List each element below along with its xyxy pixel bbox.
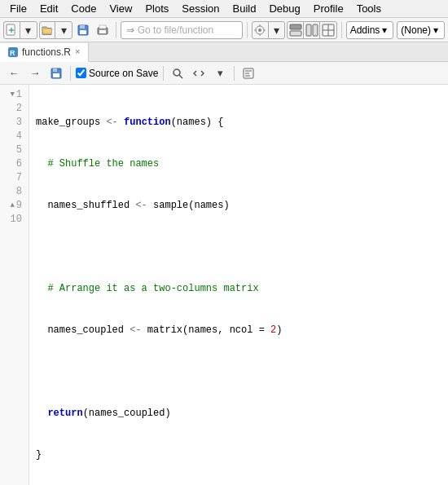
menu-debug[interactable]: Debug <box>262 1 306 16</box>
project-dropdown[interactable]: (None) ▾ <box>397 21 445 39</box>
editor-sep-3 <box>234 66 235 81</box>
svg-rect-15 <box>290 24 301 29</box>
menubar: File Edit Code View Plots Session Build … <box>0 0 448 18</box>
editor-area: ▼1 2 3 4 5 6 7 8 ▲9 10 make_groups <- fu… <box>0 85 448 485</box>
save-button[interactable] <box>74 20 92 40</box>
line-num-10: 10 <box>0 213 29 227</box>
menu-view[interactable]: View <box>103 1 138 16</box>
editor-toolbar: ← → Source on Save ▾ <box>0 62 448 85</box>
svg-rect-5 <box>80 30 86 34</box>
project-label: (None) <box>401 24 431 36</box>
menu-file[interactable]: File <box>3 1 33 16</box>
code-editor[interactable]: make_groups <- function(names) { # Shuff… <box>29 85 448 485</box>
open-file-button[interactable] <box>40 21 56 39</box>
code-line-8: return(names_coupled) <box>36 407 448 421</box>
line-num-1: ▼1 <box>0 88 29 102</box>
code-line-6: names_coupled <- matrix(names, ncol = 2) <box>36 324 448 337</box>
source-checkbox-label: Source on Save <box>89 68 158 79</box>
goto-placeholder: Go to file/function <box>138 24 213 36</box>
fold-arrow-1[interactable]: ▼ <box>10 88 14 102</box>
options-button[interactable] <box>253 21 269 39</box>
goto-file-input[interactable]: ⇒ Go to file/function <box>121 21 243 39</box>
r-file-icon: R <box>8 47 18 57</box>
code-line-4 <box>36 240 448 254</box>
addins-arrow: ▾ <box>382 24 387 36</box>
tab-close-button[interactable]: × <box>75 47 80 56</box>
menu-edit[interactable]: Edit <box>33 1 64 16</box>
print-button[interactable] <box>94 20 112 40</box>
menu-plots[interactable]: Plots <box>138 1 175 16</box>
line-numbers: ▼1 2 3 4 5 6 7 8 ▲9 10 <box>0 85 29 485</box>
line-num-5: 5 <box>0 143 29 157</box>
menu-code[interactable]: Code <box>64 1 103 16</box>
menu-build[interactable]: Build <box>226 1 263 16</box>
svg-rect-25 <box>53 68 57 72</box>
source-checkbox-input[interactable] <box>76 68 86 78</box>
svg-rect-8 <box>99 25 106 29</box>
editor-forward-button[interactable]: → <box>26 64 44 82</box>
layout-group <box>287 21 336 39</box>
code-line-3: names_shuffled <- sample(names) <box>36 199 448 213</box>
line-num-8: 8 <box>0 185 29 199</box>
editor-back-button[interactable]: ← <box>5 64 23 82</box>
code-line-1: make_groups <- function(names) { <box>36 116 448 130</box>
menu-session[interactable]: Session <box>175 1 226 16</box>
svg-text:R: R <box>10 49 15 57</box>
code-line-9: } <box>36 448 448 462</box>
menu-tools[interactable]: Tools <box>350 1 388 16</box>
svg-line-28 <box>179 75 182 78</box>
separator-2 <box>247 22 248 38</box>
editor-search-button[interactable] <box>169 64 187 82</box>
new-file-button[interactable] <box>4 21 20 39</box>
fold-arrow-9[interactable]: ▲ <box>10 199 14 213</box>
project-arrow: ▾ <box>433 24 438 36</box>
new-file-group: ▾ <box>3 21 37 39</box>
main-toolbar: ▾ ▾ ⇒ Go to file/function <box>0 18 448 42</box>
new-file-dropdown-button[interactable]: ▾ <box>20 21 37 39</box>
editor-code-tools-dropdown[interactable]: ▾ <box>211 64 229 82</box>
goto-icon: ⇒ <box>126 24 134 36</box>
line-num-3: 3 <box>0 116 29 130</box>
svg-rect-18 <box>313 24 318 36</box>
source-on-save-checkbox[interactable]: Source on Save <box>76 68 158 79</box>
separator-3 <box>341 22 342 38</box>
svg-point-10 <box>258 29 261 32</box>
editor-code-tools-button[interactable] <box>190 64 208 82</box>
editor-sep-2 <box>163 66 164 81</box>
tab-functions-r[interactable]: R functions.R × <box>0 43 89 62</box>
line-num-4: 4 <box>0 130 29 143</box>
svg-rect-4 <box>80 25 85 29</box>
layout-1-button[interactable] <box>288 21 304 39</box>
line-num-2: 2 <box>0 102 29 116</box>
compile-report-button[interactable] <box>239 64 257 82</box>
svg-rect-7 <box>99 30 106 33</box>
addins-dropdown[interactable]: Addins ▾ <box>346 21 394 39</box>
svg-rect-16 <box>290 31 301 36</box>
svg-point-27 <box>173 69 180 76</box>
layout-2-button[interactable] <box>304 21 320 39</box>
line-num-7: 7 <box>0 171 29 185</box>
code-line-2: # Shuffle the names <box>36 157 448 171</box>
editor-sep-1 <box>70 66 71 81</box>
options-dropdown-button[interactable]: ▾ <box>269 21 285 39</box>
options-group: ▾ <box>252 21 286 39</box>
tabbar: R functions.R × <box>0 42 448 62</box>
line-num-9: ▲9 <box>0 199 29 213</box>
menu-profile[interactable]: Profile <box>307 1 350 16</box>
layout-3-button[interactable] <box>320 21 336 39</box>
svg-rect-26 <box>53 73 59 77</box>
code-line-7 <box>36 365 448 379</box>
tab-label: functions.R <box>22 46 71 58</box>
addins-label: Addins <box>350 24 380 36</box>
svg-rect-17 <box>306 24 311 36</box>
open-file-dropdown-button[interactable]: ▾ <box>55 21 72 39</box>
code-line-5: # Arrange it as a two-columns matrix <box>36 282 448 296</box>
separator-1 <box>116 22 116 38</box>
editor-save-button[interactable] <box>47 64 65 82</box>
open-file-group: ▾ <box>39 21 73 39</box>
line-num-6: 6 <box>0 157 29 171</box>
